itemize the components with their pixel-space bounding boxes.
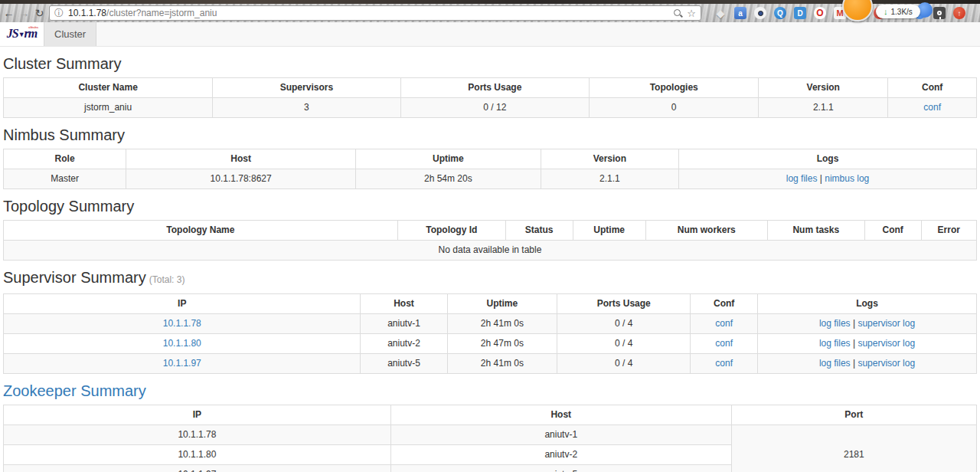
nimbus-summary-title: Nimbus Summary	[3, 126, 977, 143]
cell-ip: 10.1.1.78	[4, 314, 361, 334]
url-host: 10.1.1.78	[68, 8, 106, 18]
cell-uptime: 2h 41m 0s	[447, 354, 557, 374]
jstorm-logo[interactable]: JS▼rm alibaba	[0, 22, 44, 46]
extension-eye-icon[interactable]	[754, 7, 766, 19]
col-ip: IP	[4, 405, 391, 425]
col-supervisors: Supervisors	[213, 78, 400, 98]
cell-host: aniutv-5	[361, 354, 447, 374]
supervisor-conf-link[interactable]: conf	[715, 318, 733, 329]
download-speed-value: 1.3K/s	[891, 8, 913, 16]
logs-separator: |	[853, 358, 855, 369]
zookeeper-summary-title: Zookeeper Summary	[3, 382, 977, 399]
cell-conf: conf	[691, 334, 758, 354]
zookeeper-row-1: 10.1.1.78 aniutv-1 2181	[4, 425, 977, 445]
zoom-icon[interactable]	[674, 9, 682, 18]
cell-ports-usage: 0 / 4	[557, 334, 691, 354]
extension-opera-icon[interactable]: O	[814, 7, 826, 19]
cell-logs: log files | supervisor log	[758, 334, 977, 354]
table-header-row: IP Host Uptime Ports Usage Conf Logs	[4, 294, 977, 314]
col-error: Error	[921, 221, 976, 241]
supervisor-total-count: (Total: 3)	[149, 274, 185, 285]
logs-separator: |	[820, 173, 822, 184]
cell-ip: 10.1.1.97	[4, 354, 361, 374]
cell-ports-usage: 0 / 4	[557, 314, 691, 334]
jstorm-logo-text: JS▼rm	[7, 28, 38, 41]
page-content: Cluster Summary Cluster Name Supervisors…	[0, 55, 980, 472]
cell-version: 2.1.1	[759, 98, 888, 118]
reload-icon[interactable]: ↻	[34, 8, 45, 19]
supervisor-summary-table: IP Host Uptime Ports Usage Conf Logs 10.…	[3, 293, 977, 374]
forward-icon[interactable]: →	[18, 8, 30, 19]
cell-host: aniutv-2	[361, 334, 447, 354]
cell-host: aniutv-1	[361, 314, 447, 334]
cell-ip: 10.1.1.97	[4, 465, 391, 472]
col-conf: Conf	[888, 78, 977, 98]
cluster-conf-link[interactable]: conf	[923, 102, 941, 113]
extension-translate-icon[interactable]: a	[734, 7, 746, 19]
cell-role: Master	[4, 169, 126, 189]
supervisor-conf-link[interactable]: conf	[715, 338, 733, 349]
col-conf: Conf	[691, 294, 758, 314]
extension-diamond-icon[interactable]: ◆	[714, 7, 727, 19]
col-host: Host	[361, 294, 447, 314]
cell-uptime: 2h 47m 0s	[447, 334, 557, 354]
nimbus-log-files-link[interactable]: log files	[786, 173, 818, 184]
tab-cluster[interactable]: Cluster	[44, 22, 96, 46]
table-row: jstorm_aniu 3 0 / 12 0 2.1.1 conf	[4, 98, 977, 118]
cell-ip: 10.1.1.80	[4, 445, 391, 465]
col-uptime: Uptime	[447, 294, 557, 314]
empty-table-row: No data available in table	[4, 241, 977, 261]
cell-ports-usage: 0 / 12	[400, 98, 590, 118]
app-navbar: JS▼rm alibaba Cluster	[0, 22, 980, 47]
supervisor-conf-link[interactable]: conf	[715, 358, 733, 369]
nimbus-log-link[interactable]: nimbus log	[825, 173, 869, 184]
cell-port: 2181	[731, 425, 976, 472]
supervisor-row-2: 10.1.1.80 aniutv-2 2h 47m 0s 0 / 4 conf …	[4, 334, 977, 354]
download-arrow-icon: ↓	[884, 7, 888, 16]
supervisor-ip-link[interactable]: 10.1.1.78	[163, 318, 201, 329]
logs-separator: |	[853, 318, 855, 329]
bookmark-star-icon[interactable]: ☆	[687, 8, 696, 18]
table-header-row: IP Host Port	[4, 405, 977, 425]
col-host: Host	[126, 149, 356, 169]
zookeeper-summary-table: IP Host Port 10.1.1.78 aniutv-1 2181 10.…	[3, 405, 977, 472]
supervisor-log-link[interactable]: supervisor log	[858, 318, 915, 329]
col-topology-name: Topology Name	[4, 221, 398, 241]
col-version: Version	[541, 149, 678, 169]
supervisor-ip-link[interactable]: 10.1.1.80	[163, 338, 201, 349]
supervisor-log-link[interactable]: supervisor log	[858, 338, 915, 349]
col-port: Port	[731, 405, 976, 425]
supervisor-ip-link[interactable]: 10.1.1.97	[163, 358, 201, 369]
extension-d-icon[interactable]: D	[794, 7, 806, 19]
url-bar[interactable]: ⓘ 10.1.1.78/cluster?name=jstorm_aniu ☆	[49, 5, 701, 21]
eye-pupil	[758, 11, 763, 16]
col-topology-id: Topology Id	[397, 221, 505, 241]
page-info-icon[interactable]: ⓘ	[54, 7, 64, 20]
nimbus-summary-table: Role Host Uptime Version Logs Master 10.…	[3, 149, 977, 189]
download-speed-bubble: ↓ 1.3K/s	[876, 5, 920, 18]
supervisor-log-link[interactable]: supervisor log	[858, 358, 915, 369]
supervisor-row-3: 10.1.1.97 aniutv-5 2h 41m 0s 0 / 4 conf …	[4, 354, 977, 374]
cell-conf: conf	[691, 314, 758, 334]
url-path: /cluster?name=jstorm_aniu	[106, 8, 217, 18]
col-ports-usage: Ports Usage	[400, 78, 590, 98]
cell-conf: conf	[691, 354, 758, 374]
supervisor-row-1: 10.1.1.78 aniutv-1 2h 41m 0s 0 / 4 conf …	[4, 314, 977, 334]
col-ports-usage: Ports Usage	[557, 294, 691, 314]
back-icon[interactable]: ←	[3, 8, 15, 19]
supervisor-log-files-link[interactable]: log files	[819, 358, 851, 369]
col-status: Status	[505, 221, 573, 241]
cell-uptime: 2h 54m 20s	[356, 169, 541, 189]
extension-location-pin-icon[interactable]	[933, 7, 946, 19]
extension-q-icon[interactable]: Q	[774, 7, 786, 19]
table-header-row: Role Host Uptime Version Logs	[4, 149, 977, 169]
supervisor-log-files-link[interactable]: log files	[819, 338, 851, 349]
browser-chrome: ← → ↻ ⓘ 10.1.1.78/cluster?name=jstorm_an…	[0, 0, 980, 22]
extension-up-arrow-icon[interactable]: ↑	[953, 7, 965, 19]
url-text[interactable]: 10.1.1.78/cluster?name=jstorm_aniu	[68, 8, 217, 18]
table-header-row: Cluster Name Supervisors Ports Usage Top…	[4, 78, 977, 98]
col-uptime: Uptime	[573, 221, 645, 241]
supervisor-log-files-link[interactable]: log files	[819, 318, 851, 329]
cell-uptime: 2h 41m 0s	[447, 314, 557, 334]
col-topologies: Topologies	[590, 78, 759, 98]
